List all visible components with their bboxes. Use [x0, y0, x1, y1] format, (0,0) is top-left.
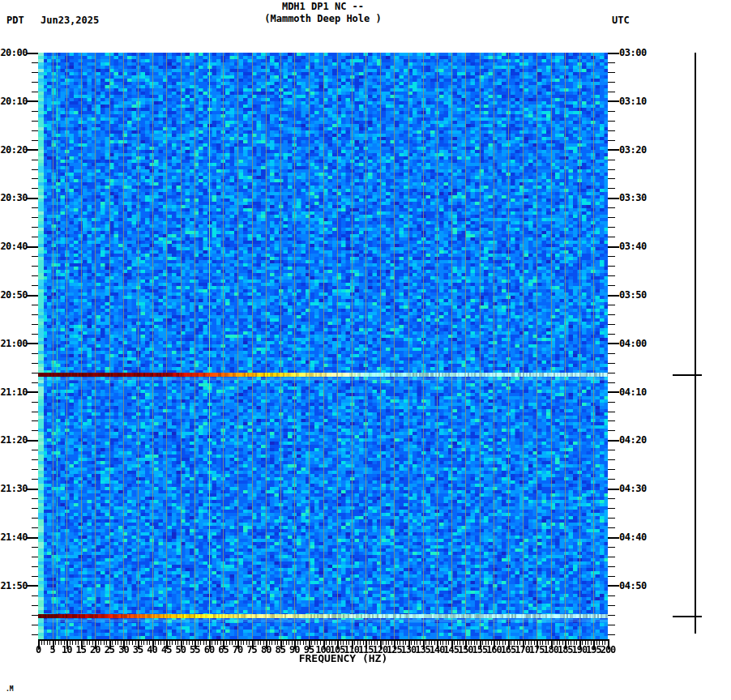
- right-minor-tick: [608, 595, 615, 596]
- left-minor-tick: [32, 111, 38, 112]
- left-major-tick: [27, 489, 38, 490]
- right-minor-tick: [608, 140, 615, 141]
- scale-bar-event-mark: [673, 374, 702, 376]
- left-minor-tick: [32, 178, 38, 179]
- left-major-tick: [27, 100, 38, 102]
- right-minor-tick: [608, 275, 615, 276]
- right-major-tick: [608, 198, 619, 199]
- left-minor-tick: [32, 566, 38, 567]
- right-minor-tick: [608, 412, 615, 412]
- right-time-label: 04:20: [619, 435, 655, 445]
- left-major-tick: [27, 246, 38, 248]
- right-time-label: 04:10: [619, 387, 655, 397]
- right-minor-tick: [608, 111, 615, 112]
- left-minor-tick: [32, 324, 38, 325]
- right-minor-tick: [608, 324, 615, 325]
- left-major-tick: [27, 585, 38, 587]
- right-time-label: 04:00: [619, 339, 655, 348]
- right-minor-tick: [608, 285, 615, 286]
- left-time-label: 21:20: [0, 435, 28, 445]
- left-major-tick: [27, 537, 38, 539]
- left-minor-tick: [32, 518, 38, 519]
- left-minor-tick: [32, 305, 38, 305]
- right-minor-tick: [608, 217, 615, 218]
- left-major-tick: [27, 53, 38, 54]
- right-minor-tick: [608, 547, 615, 548]
- spectrogram-page: PDT Jun23,2025 MDH1 DP1 NC -- (Mammoth D…: [0, 0, 731, 700]
- left-minor-tick: [32, 615, 38, 616]
- left-minor-tick: [32, 576, 38, 577]
- right-time-label: 03:50: [619, 290, 655, 300]
- right-minor-tick: [608, 160, 615, 160]
- right-minor-tick: [608, 508, 615, 509]
- amplitude-scale-bar: [695, 53, 696, 634]
- left-minor-tick: [32, 160, 38, 160]
- right-major-tick: [608, 391, 619, 393]
- right-minor-tick: [608, 605, 615, 606]
- right-minor-tick: [608, 207, 615, 208]
- scale-bar-event-mark: [673, 616, 702, 617]
- right-minor-tick: [608, 402, 615, 403]
- right-minor-tick: [608, 305, 615, 305]
- left-minor-tick: [32, 605, 38, 606]
- right-major-tick: [608, 440, 619, 442]
- station-subtitle: (Mammoth Deep Hole ): [38, 14, 608, 24]
- left-minor-tick: [32, 459, 38, 460]
- left-minor-tick: [32, 527, 38, 528]
- right-major-tick: [608, 343, 619, 344]
- right-time-label: 03:20: [619, 145, 655, 155]
- right-minor-tick: [608, 450, 615, 450]
- right-minor-tick: [608, 178, 615, 179]
- right-minor-tick: [608, 256, 615, 257]
- left-minor-tick: [32, 285, 38, 286]
- right-minor-tick: [608, 266, 615, 267]
- right-minor-tick: [608, 72, 615, 73]
- right-minor-tick: [608, 227, 615, 228]
- left-major-tick: [27, 149, 38, 151]
- timezone-left-label: PDT: [6, 15, 24, 26]
- right-minor-tick: [608, 363, 615, 364]
- left-minor-tick: [32, 217, 38, 218]
- left-time-label: 20:50: [0, 290, 28, 300]
- left-minor-tick: [32, 266, 38, 267]
- left-major-tick: [27, 391, 38, 393]
- right-major-tick: [608, 100, 619, 102]
- right-major-tick: [608, 149, 619, 151]
- right-time-label: 04:40: [619, 532, 655, 542]
- right-major-tick: [608, 537, 619, 539]
- left-minor-tick: [32, 353, 38, 354]
- left-minor-tick: [32, 420, 38, 421]
- left-minor-tick: [32, 412, 38, 412]
- left-minor-tick: [32, 363, 38, 364]
- right-minor-tick: [608, 430, 615, 431]
- right-minor-tick: [608, 334, 615, 335]
- right-time-label: 03:40: [619, 241, 655, 251]
- left-minor-tick: [32, 508, 38, 509]
- right-minor-tick: [608, 518, 615, 519]
- station-title: MDH1 DP1 NC --: [38, 2, 608, 12]
- left-time-label: 20:40: [0, 241, 28, 251]
- left-major-tick: [27, 440, 38, 442]
- left-minor-tick: [32, 479, 38, 480]
- left-minor-tick: [32, 169, 38, 170]
- left-minor-tick: [32, 92, 38, 92]
- right-minor-tick: [608, 469, 615, 470]
- right-time-label: 03:10: [619, 96, 655, 106]
- left-minor-tick: [32, 469, 38, 470]
- left-time-label: 21:00: [0, 339, 28, 348]
- left-major-tick: [27, 198, 38, 199]
- right-minor-tick: [608, 479, 615, 480]
- left-minor-tick: [32, 373, 38, 373]
- right-time-label: 04:50: [619, 581, 655, 591]
- left-time-label: 21:10: [0, 387, 28, 397]
- right-minor-tick: [608, 576, 615, 577]
- left-minor-tick: [32, 227, 38, 228]
- left-minor-tick: [32, 314, 38, 315]
- left-time-label: 21:30: [0, 484, 28, 493]
- right-minor-tick: [608, 527, 615, 528]
- left-minor-tick: [32, 72, 38, 73]
- right-time-label: 03:00: [619, 48, 655, 58]
- right-minor-tick: [608, 615, 615, 616]
- left-minor-tick: [32, 130, 38, 131]
- left-minor-tick: [32, 450, 38, 450]
